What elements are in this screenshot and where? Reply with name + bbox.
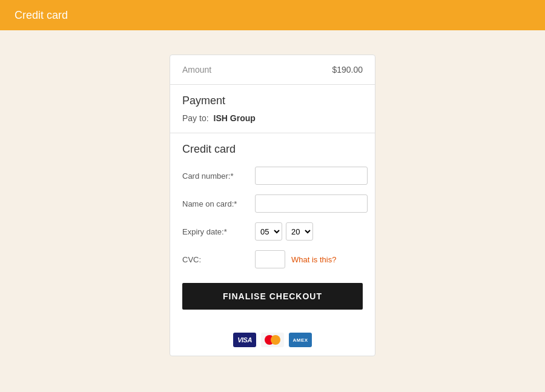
main-content: Amount $190.00 Payment Pay to: ISH Group… <box>0 30 545 380</box>
amount-label: Amount <box>182 65 211 75</box>
name-on-card-row: Name on card:* <box>182 194 363 213</box>
amex-text: AMEX <box>292 337 308 343</box>
cvc-input[interactable] <box>255 250 285 268</box>
expiry-year-select[interactable]: 171819202122232425 <box>286 222 313 241</box>
cvc-label: CVC: <box>182 255 249 264</box>
payment-section: Payment Pay to: ISH Group <box>170 85 375 133</box>
expiry-date-label: Expiry date:* <box>182 227 249 236</box>
pay-to-value: ISH Group <box>214 113 256 123</box>
mastercard-right-circle <box>271 335 280 345</box>
creditcard-section: Credit card Card number:* Name on card:*… <box>170 133 375 324</box>
expiry-month-select[interactable]: 010203040506070809101112 <box>255 222 282 241</box>
page-title: Credit card <box>15 9 68 22</box>
creditcard-title: Credit card <box>182 143 363 156</box>
card-number-label: Card number:* <box>182 171 249 181</box>
mastercard-logo <box>261 333 284 347</box>
visa-text: VISA <box>237 336 252 344</box>
amex-logo: AMEX <box>289 333 312 347</box>
checkout-card: Amount $190.00 Payment Pay to: ISH Group… <box>170 55 375 356</box>
amount-value: $190.00 <box>332 65 363 75</box>
expiry-selects: 010203040506070809101112 171819202122232… <box>255 222 313 241</box>
payment-title: Payment <box>182 95 363 107</box>
page-header: Credit card <box>0 0 545 30</box>
visa-logo: VISA <box>233 333 256 347</box>
name-on-card-label: Name on card:* <box>182 199 249 208</box>
card-number-row: Card number:* <box>182 167 363 185</box>
expiry-date-row: Expiry date:* 010203040506070809101112 1… <box>182 222 363 241</box>
pay-to-row: Pay to: ISH Group <box>182 113 363 123</box>
name-on-card-input[interactable] <box>255 194 368 213</box>
finalise-checkout-button[interactable]: FINALISE CHECKOUT <box>182 283 363 310</box>
card-logos: VISA AMEX <box>170 324 375 356</box>
cvc-row: CVC: What is this? <box>182 250 363 268</box>
card-number-input[interactable] <box>255 167 368 185</box>
what-is-this-link[interactable]: What is this? <box>291 255 336 264</box>
pay-to-label: Pay to: <box>182 113 209 123</box>
amount-section: Amount $190.00 <box>170 55 375 85</box>
